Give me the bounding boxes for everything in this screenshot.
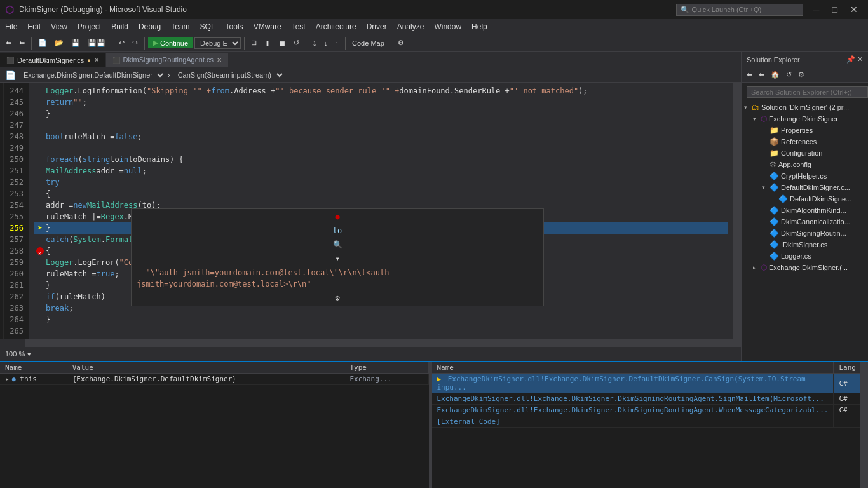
cs-row-0[interactable]: ▶ ExchangeDkimSigner.dll!Exchange.DkimSi…: [432, 374, 861, 393]
step-into-button[interactable]: ↓: [321, 37, 331, 49]
code-line-249[interactable]: [34, 142, 728, 154]
save-button[interactable]: 💾: [68, 37, 83, 49]
new-project-button[interactable]: 📄: [35, 37, 50, 49]
close-button[interactable]: ✕: [845, 3, 863, 16]
cs-link-2[interactable]: ExchangeDkimSigner.dll!Exchange.DkimSign…: [437, 406, 829, 414]
code-content[interactable]: Logger.LogInformation("Skipping '" + fro…: [29, 83, 733, 339]
save-all-button[interactable]: 💾💾: [85, 37, 109, 49]
tree-item-4[interactable]: 📁Configuration: [742, 147, 868, 159]
tree-expand-0[interactable]: ▾: [744, 104, 752, 111]
se-close-button[interactable]: ✕: [857, 55, 863, 64]
maximize-button[interactable]: □: [827, 3, 843, 16]
undo-button[interactable]: ↩: [116, 37, 128, 49]
menu-item-build[interactable]: Build: [106, 19, 133, 34]
menu-item-view[interactable]: View: [46, 19, 72, 34]
se-forward-btn[interactable]: ⬅: [756, 69, 767, 80]
code-line-250[interactable]: foreach (string to in toDomains) {: [34, 154, 728, 165]
debug-target-dropdown[interactable]: Debug E: [194, 37, 241, 49]
menu-item-edit[interactable]: Edit: [22, 19, 46, 34]
cs-link-0[interactable]: ExchangeDkimSigner.dll!Exchange.DkimSign…: [437, 375, 806, 391]
se-refresh-btn[interactable]: ↺: [783, 69, 794, 80]
step-over-button[interactable]: ⤵: [309, 37, 320, 49]
menu-item-team[interactable]: Team: [166, 19, 194, 34]
menu-item-sql[interactable]: SQL: [195, 19, 220, 34]
menu-item-help[interactable]: Help: [466, 19, 492, 34]
class-dropdown[interactable]: Exchange.DkimSigner.DefaultDkimSigner: [18, 70, 165, 80]
cs-row-1[interactable]: ExchangeDkimSigner.dll!Exchange.DkimSign…: [432, 393, 861, 405]
code-line-251[interactable]: MailAddress addr = null;: [34, 165, 728, 177]
minimize-button[interactable]: ─: [808, 3, 825, 16]
pause-button[interactable]: ⏸: [261, 37, 275, 49]
zoom-dropdown-btn[interactable]: ▾: [27, 350, 31, 358]
tree-item-1[interactable]: ▾⬡Exchange.DkimSigner: [742, 113, 868, 125]
cs-row-2[interactable]: ExchangeDkimSigner.dll!Exchange.DkimSign…: [432, 405, 861, 416]
autos-row-0[interactable]: ▸● this {Exchange.DkimSigner.DefaultDkim…: [0, 374, 428, 385]
bottom-scrollbar-v[interactable]: [860, 362, 868, 488]
forward-button[interactable]: ⬅: [16, 37, 28, 49]
open-button[interactable]: 📂: [51, 37, 67, 49]
tab-dkimsigningrouting[interactable]: ⬛ DkimSigningRoutingAgent.cs ✕: [106, 53, 229, 67]
code-line-265[interactable]: [34, 325, 728, 337]
code-line-245[interactable]: return "";: [34, 97, 728, 108]
tree-item-12[interactable]: 🔷IDkimSigner.cs: [742, 239, 868, 250]
menu-item-analyze[interactable]: Analyze: [392, 19, 430, 34]
step-out-button[interactable]: ↑: [332, 37, 342, 49]
menu-item-vmware[interactable]: VMware: [248, 19, 287, 34]
quick-launch-bar[interactable]: 🔍 Quick Launch (Ctrl+Q): [676, 4, 803, 16]
code-line-244[interactable]: Logger.LogInformation("Skipping '" + fro…: [34, 85, 728, 97]
code-editor[interactable]: 2442452462472482492502512522532542552562…: [0, 83, 741, 339]
method-dropdown[interactable]: CanSign(Stream inputStream): [173, 70, 285, 80]
se-home-btn[interactable]: 🏠: [768, 69, 782, 80]
attach-button[interactable]: ⊞: [248, 37, 260, 49]
tree-item-10[interactable]: 🔷DkimCanonicalizatio...: [742, 216, 868, 227]
cs-link-3[interactable]: [External Code]: [437, 417, 500, 426]
ac-settings-icon[interactable]: ⚙: [335, 292, 339, 304]
se-back-btn[interactable]: ⬅: [744, 69, 755, 80]
se-pin-button[interactable]: 📌: [846, 55, 855, 64]
tree-item-11[interactable]: 🔷DkimSigningRoutin...: [742, 227, 868, 239]
tab-defaultdkimsigner[interactable]: ⬛ DefaultDkimSigner.cs ● ✕: [0, 53, 106, 67]
menu-item-project[interactable]: Project: [72, 19, 106, 34]
menu-item-window[interactable]: Window: [429, 19, 466, 34]
tree-item-9[interactable]: 🔷DkimAlgorithmKind...: [742, 205, 868, 216]
menu-item-tools[interactable]: Tools: [220, 19, 248, 34]
code-scrollbar-v[interactable]: [733, 83, 741, 339]
tab-close-button[interactable]: ✕: [94, 57, 99, 64]
stop-button[interactable]: ⏹: [276, 37, 289, 49]
cs-link-1[interactable]: ExchangeDkimSigner.dll!Exchange.DkimSign…: [437, 395, 824, 403]
tree-expand-7[interactable]: ▾: [762, 184, 770, 191]
redo-button[interactable]: ↪: [129, 37, 141, 49]
more-tools-button[interactable]: ⚙: [395, 37, 407, 49]
tree-expand-14[interactable]: ▸: [753, 264, 761, 271]
tree-item-6[interactable]: 🔷CryptHelper.cs: [742, 170, 868, 182]
code-line-253[interactable]: {: [34, 188, 728, 200]
tree-item-0[interactable]: ▾🗂Solution 'DkimSigner' (2 pr...: [742, 102, 868, 113]
continue-button[interactable]: ▶ Continue: [148, 37, 193, 48]
tree-item-13[interactable]: 🔷Logger.cs: [742, 250, 868, 262]
code-line-252[interactable]: try: [34, 177, 728, 188]
tree-item-7[interactable]: ▾🔷DefaultDkimSigner.c...: [742, 182, 868, 193]
ac-dropdown-icon[interactable]: ▾: [335, 253, 339, 264]
tree-item-14[interactable]: ▸⬡Exchange.DkimSigner.(...: [742, 262, 868, 273]
code-scrollbar-h[interactable]: [25, 339, 741, 347]
menu-item-file[interactable]: File: [0, 19, 22, 34]
restart-button[interactable]: ↺: [290, 37, 302, 49]
back-button[interactable]: ⬅: [3, 37, 15, 49]
code-line-248[interactable]: bool ruleMatch = false;: [34, 131, 728, 142]
codemap-button[interactable]: Code Map: [349, 37, 388, 49]
menu-item-driver[interactable]: Driver: [362, 19, 392, 34]
tree-item-8[interactable]: 🔷DefaultDkimSigne...: [742, 193, 868, 205]
autocomplete-popup[interactable]: ● to 🔍 ▾ "\"auth-jsmith=yourdomain.com@t…: [131, 208, 544, 306]
menu-item-architecture[interactable]: Architecture: [311, 19, 362, 34]
menu-item-debug[interactable]: Debug: [133, 19, 166, 34]
se-settings-btn[interactable]: ⚙: [796, 69, 807, 80]
tree-item-3[interactable]: 📦References: [742, 136, 868, 147]
tab-close-button-2[interactable]: ✕: [217, 57, 222, 64]
tree-item-2[interactable]: 📁Properties: [742, 125, 868, 136]
menu-item-test[interactable]: Test: [287, 19, 311, 34]
tree-item-5[interactable]: ⚙App.config: [742, 159, 868, 170]
code-line-246[interactable]: }: [34, 108, 728, 119]
se-search-input[interactable]: [747, 86, 868, 98]
code-line-247[interactable]: [34, 119, 728, 131]
code-line-264[interactable]: }: [34, 314, 728, 325]
